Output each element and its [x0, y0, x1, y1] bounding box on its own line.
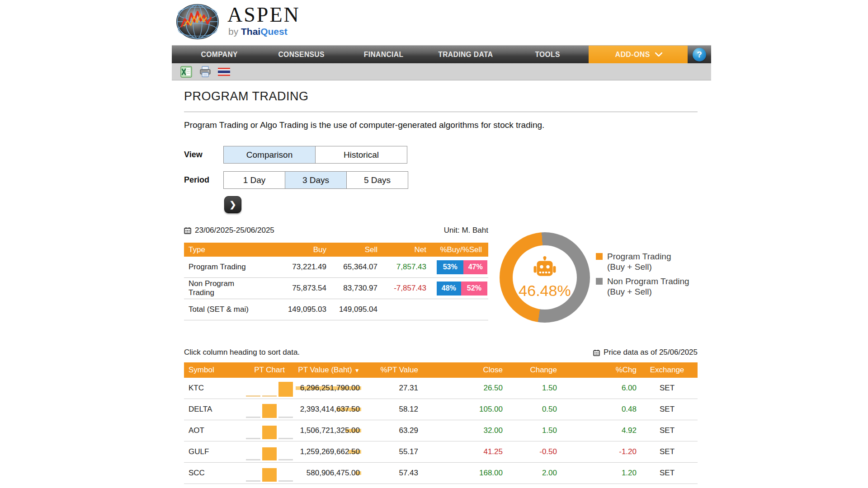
minichart-bar	[278, 480, 293, 482]
pt-mini-bar-chart	[246, 465, 293, 482]
close-cell: 105.00	[418, 405, 503, 414]
pt-value-text: 1,259,269,662.50	[300, 447, 362, 456]
symbol-cell: SCC	[184, 469, 243, 478]
table-row-aot: AOT1,506,721,325.0063.2932.001.504.92SET	[184, 420, 698, 441]
column-header-symbol[interactable]: Symbol	[184, 366, 243, 375]
minichart-bar	[278, 382, 293, 397]
price-note: Price data as of 25/06/2025	[593, 348, 698, 357]
column-header-close[interactable]: Close	[418, 366, 503, 375]
print-icon[interactable]	[199, 66, 211, 78]
summary-sell-cell: 65,364.07	[326, 263, 377, 272]
help-glyph: ?	[697, 50, 702, 60]
column-header-pt-value[interactable]: %PT Value	[362, 366, 418, 375]
summary-badge-cell: 48%52%	[426, 282, 488, 296]
price-note-text: Price data as of 25/06/2025	[604, 348, 698, 357]
table-row-delta: DELTA2,393,414,637.5058.12105.000.500.48…	[184, 399, 698, 420]
byline-quest: Quest	[260, 26, 288, 37]
summary-header-buy: Buy	[252, 245, 326, 254]
legend-swatch	[596, 253, 603, 260]
sort-hint: Click column heading to sort data.	[184, 348, 300, 357]
nav-item-label: CONSENSUS	[278, 50, 325, 59]
pt-mini-bar-chart	[246, 422, 293, 439]
change-cell: 0.50	[503, 405, 557, 414]
nav-item-tools[interactable]: TOOLS	[507, 46, 589, 63]
summary-buy-cell: 75,873.54	[252, 284, 326, 293]
minichart-bar	[246, 459, 260, 460]
legend-item-non-program-trading: Non Program Trading(Buy + Sell)	[596, 276, 689, 297]
pt-chart-cell	[243, 465, 296, 482]
view-option-historical[interactable]: Historical	[315, 146, 407, 164]
symbol-cell: AOT	[184, 426, 243, 435]
pct-chg-cell: 1.20	[557, 469, 637, 478]
summary-buy-cell: 73,221.49	[252, 263, 326, 272]
legend-label: Non Program Trading(Buy + Sell)	[607, 276, 689, 297]
minichart-bar	[246, 480, 260, 482]
symbol-cell: GULF	[184, 447, 243, 456]
summary-type-cell: Total (SET & mai)	[184, 305, 252, 314]
title-divider	[184, 112, 698, 112]
minichart-bar	[246, 395, 260, 397]
exchange-cell: SET	[637, 447, 698, 456]
toolbar	[172, 63, 711, 80]
pct-chg-cell: -1.20	[557, 447, 637, 456]
submit-button[interactable]: ❯	[224, 196, 241, 213]
summary-header-sell: Sell	[326, 245, 377, 254]
column-header-pt-chart[interactable]: PT Chart	[243, 366, 296, 375]
pct-pt-value-cell: 27.31	[362, 384, 418, 393]
pt-chart-cell	[243, 486, 296, 488]
pct-pt-value-cell: 63.29	[362, 426, 418, 435]
change-cell: 2.00	[503, 469, 557, 478]
period-option-3-days[interactable]: 3 Days	[285, 171, 347, 189]
sell-pct-badge: 47%	[463, 260, 487, 274]
pt-mini-bar-chart	[246, 380, 293, 397]
view-label: View	[184, 150, 203, 160]
nav-item-label: FINANCIAL	[364, 50, 404, 59]
table-header-row: SymbolPT ChartPT Value (Baht)▼%PT ValueC…	[184, 362, 698, 378]
buy-pct-badge: 48%	[437, 282, 461, 296]
symbol-cell: DELTA	[184, 405, 243, 414]
change-cell: -0.50	[503, 447, 557, 456]
pt-chart-cell	[243, 380, 296, 397]
pt-mini-bar-chart	[246, 443, 293, 460]
minichart-bar	[262, 426, 277, 439]
nav-item-trading-data[interactable]: TRADING DATA	[425, 46, 506, 63]
pct-pt-value-cell: 58.12	[362, 405, 418, 414]
help-icon[interactable]: ?	[693, 48, 706, 61]
help-zone: ?	[688, 46, 711, 63]
donut-center: 46.48%	[513, 245, 577, 310]
nav-item-add-ons[interactable]: ADD-ONS	[589, 46, 688, 63]
page-description: Program Trading or Algo Trading is the u…	[184, 120, 544, 130]
column-header-pt-value-baht[interactable]: PT Value (Baht)▼	[296, 366, 362, 375]
nav-item-financial[interactable]: FINANCIAL	[343, 46, 425, 63]
robot-icon	[532, 256, 557, 281]
summary-date-row: 23/06/2025-25/06/2025 Unit: M. Baht	[184, 226, 488, 235]
pt-value-cell: 2,393,414,637.50	[296, 405, 362, 414]
pct-pt-value-cell: 57.43	[362, 469, 418, 478]
nav-item-company[interactable]: COMPANY	[179, 46, 260, 63]
period-option-1-day[interactable]: 1 Day	[223, 171, 285, 189]
program-trading-donut-chart: 46.48%	[500, 232, 590, 323]
column-header-change[interactable]: Change	[503, 366, 557, 375]
close-cell: 32.00	[418, 426, 503, 435]
column-header-exchange[interactable]: Exchange	[637, 366, 698, 375]
column-header-chg[interactable]: %Chg	[557, 366, 637, 375]
summary-row-program-trading: Program Trading73,221.4965,364.077,857.4…	[184, 257, 488, 278]
view-option-comparison[interactable]: Comparison	[223, 146, 316, 164]
pt-value-text: 580,906,475.00	[307, 469, 362, 477]
pt-chart-cell	[243, 401, 296, 418]
buy-sell-ratio-badge: 48%52%	[437, 282, 487, 296]
pt-mini-bar-chart	[246, 486, 293, 488]
summary-net-cell: -7,857.43	[377, 284, 426, 293]
minichart-bar	[262, 447, 277, 460]
pt-value-text: 2,393,414,637.50	[300, 405, 362, 413]
thai-flag-icon[interactable]	[218, 66, 230, 78]
nav-item-consensus[interactable]: CONSENSUS	[260, 46, 342, 63]
period-option-5-days[interactable]: 5 Days	[346, 171, 408, 189]
summary-table-header: TypeBuySellNet%Buy/%Sell	[184, 243, 488, 257]
pt-value-cell: 580,906,475.00	[296, 469, 362, 478]
sell-pct-badge: 52%	[461, 282, 487, 296]
add-ons-label: ADD-ONS	[615, 50, 650, 59]
close-cell: 41.25	[418, 447, 503, 456]
summary-row-non-program-trading: Non Program Trading75,873.5483,730.97-7,…	[184, 278, 488, 299]
excel-export-icon[interactable]	[180, 66, 192, 78]
